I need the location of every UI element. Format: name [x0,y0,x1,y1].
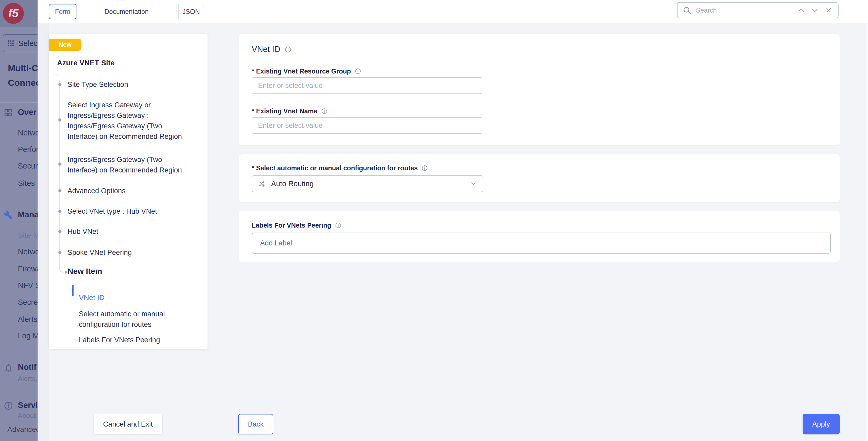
field-label-text: Labels For VNets Peering [252,222,331,229]
tab-documentation[interactable]: Documentation [76,4,177,19]
namespace-select-button[interactable]: Selec [3,34,37,52]
existing-vnet-name-input[interactable] [252,117,482,134]
add-label-text: Add Label [260,239,292,247]
step-dot [58,83,61,86]
close-icon[interactable] [824,5,833,15]
sidebar-divider [0,392,37,392]
sidebar-notifications-subtitle: Alerts, [18,375,37,383]
step-dot [58,210,61,213]
cancel-and-exit-button[interactable]: Cancel and Exit [93,414,163,435]
panel-divider-notch [54,70,60,76]
step-dot [58,230,61,233]
sidebar-group-service-label: Servi [18,401,37,410]
substep-labels-for-vnets-peering[interactable]: Labels For VNets Peering [79,335,189,345]
info-icon[interactable] [321,108,328,114]
sidebar-item-site-management[interactable]: Site M [18,231,37,240]
routing-icon [258,179,267,188]
f5-logo[interactable]: f5 [3,3,24,24]
bell-icon [4,363,13,372]
step-advanced-options[interactable]: Advanced Options [67,185,191,196]
routing-mode-select[interactable]: Auto Routing [252,175,484,192]
sidebar-group-manage[interactable]: Mana [0,210,37,220]
apply-button[interactable]: Apply [803,414,840,435]
sidebar-group-manage-label: Mana [18,210,37,219]
info-icon[interactable] [335,222,342,229]
step-dot [58,163,61,166]
field-label-text: * Select automatic or manual configurati… [252,164,418,172]
section-title: VNet ID [252,45,280,54]
info-icon[interactable] [422,165,428,171]
tab-form[interactable]: Form [49,4,76,19]
sidebar-item-nfv-services[interactable]: NFV S [18,281,37,290]
field-label: * Existing Vnet Resource Group [252,67,361,75]
sidebar-item-networking-manage[interactable]: Netwo [18,247,37,256]
backdrop-gap [37,23,49,441]
info-icon[interactable] [284,46,291,53]
field-label: * Existing Vnet Name [252,107,328,115]
steps-timeline [59,80,60,261]
step-site-type-selection[interactable]: Site Type Selection [67,79,191,90]
chevron-down-icon [470,180,477,188]
sidebar-item-secrets[interactable]: Secre [18,298,37,307]
search-box [677,2,839,19]
chevron-up-icon[interactable] [797,5,806,15]
step-select-vnet-type[interactable]: Select VNet type : Hub VNet [67,206,191,216]
info-circle-icon [4,401,13,411]
sidebar-item-firewall[interactable]: Firewa [18,265,37,273]
substep-vnet-id[interactable]: VNet ID [79,293,189,303]
active-substep-indicator [72,285,73,296]
substep-route-configuration[interactable]: Select automatic or manual configuration… [79,309,189,330]
sidebar-group-overview-label: Over [18,108,36,117]
sidebar-divider [0,352,37,352]
namespace-select-label: Selec [19,39,37,48]
azure-vnet-site-wizard-screen: f5 Selec Multi-Cl Connec Over [0,0,868,441]
existing-vnet-resource-group-input[interactable] [252,77,482,94]
console-sidebar: f5 Selec Multi-Cl Connec Over [0,0,37,441]
sidebar-item-sites[interactable]: Sites [18,179,35,188]
step-dot [58,251,61,254]
labels-for-vnets-peering-card: Labels For VNets Peering Add Label [239,210,840,263]
routing-mode-value: Auto Routing [271,179,465,188]
sidebar-group-overview[interactable]: Over [0,108,37,118]
sidebar-item-alerts[interactable]: Alerts [18,315,37,324]
new-badge: New [49,39,82,50]
back-button[interactable]: Back [238,414,273,435]
sidebar-item-log-management[interactable]: Log M [18,332,37,340]
scrollbar-track[interactable] [866,23,868,441]
sidebar-divider [0,200,37,200]
sidebar-item-performance[interactable]: Perfor [18,145,37,154]
field-label: Labels For VNets Peering [252,222,342,229]
field-label-text: * Existing Vnet Resource Group [252,67,351,75]
search-input[interactable] [696,6,788,14]
search-icon [682,5,692,15]
step-select-ingress-gateway[interactable]: Select Ingress Gateway or Ingress/Egress… [67,100,191,142]
logo-strip: f5 [0,0,37,27]
wizard-title: Azure VNET Site [57,59,115,67]
sidebar-service-subtitle: About [18,412,36,420]
sidebar-footer-text: Advanced n [7,425,37,434]
section-heading: VNet ID [252,45,291,54]
app-title-line2: Connec [8,78,37,88]
step-ingress-egress-gateway[interactable]: Ingress/Egress Gateway (Two Interface) o… [67,154,191,175]
info-icon[interactable] [355,68,361,74]
route-configuration-card: * Select automatic or manual configurati… [239,154,840,202]
field-label-text: * Existing Vnet Name [252,107,317,115]
app-title-line1: Multi-Cl [8,63,37,73]
view-tabs: Form Documentation JSON [49,4,204,19]
sidebar-group-service[interactable]: Servi [0,401,37,411]
sidebar-item-networking[interactable]: Netwo [18,129,37,137]
step-new-item[interactable]: New Item [67,267,102,276]
step-dot [58,189,61,193]
sidebar-group-notifications[interactable]: Notif [0,363,37,373]
vnet-id-section-card: VNet ID * Existing Vnet Resource Group *… [239,34,840,145]
sidebar-item-security[interactable]: Secur [18,162,37,170]
add-label-button[interactable]: Add Label [252,233,831,253]
overview-icon [4,108,13,117]
step-hub-vnet[interactable]: Hub VNet [67,226,191,237]
step-spoke-vnet-peering[interactable]: Spoke VNet Peering [67,247,191,258]
chevron-down-icon[interactable] [810,5,820,15]
sidebar-divider [0,102,37,103]
step-dot [58,118,61,122]
wizard-steps-panel: New Azure VNET Site Site Type Selection … [49,34,208,349]
tab-json[interactable]: JSON [178,4,204,19]
